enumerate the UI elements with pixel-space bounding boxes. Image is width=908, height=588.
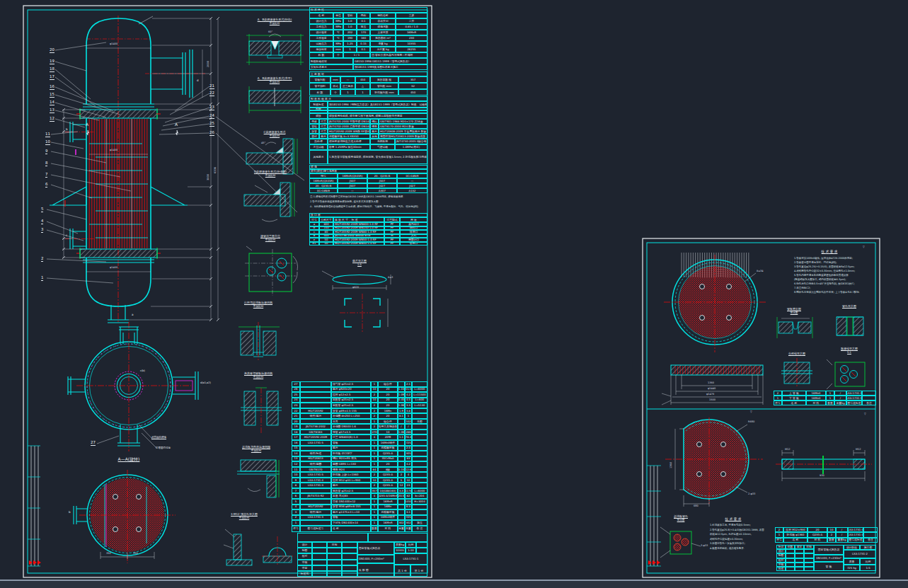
balloon-11: 11 <box>45 132 50 137</box>
table-cell: 图号或标准号 <box>300 526 331 532</box>
notes-title: 技 术 要 求 <box>822 250 838 254</box>
table-cell <box>412 483 427 488</box>
detail-title: 接管法兰面方位 <box>260 235 280 238</box>
table-cell: 32 <box>398 83 427 89</box>
table-cell: GB/T6170-2000 M24 配套 <box>379 124 427 129</box>
table-cell: 725 <box>405 440 412 446</box>
note-line: (胀接槽按放大图加工, 槽内表面粗糙度6.3μm); <box>794 279 846 282</box>
table-cell: 垫圈 GB95 L=130 <box>331 461 371 467</box>
table-cell: 紧固件按HG/T20613-2009 配套供货 <box>379 134 427 139</box>
statusbar[interactable] <box>0 581 908 588</box>
table-cell: 气密试验 <box>370 144 395 150</box>
table-cell: 件号 <box>775 538 783 543</box>
table-cell: 图号或标准 <box>846 400 862 405</box>
table-cell: 305 <box>405 451 412 456</box>
table-cell: / <box>836 527 848 532</box>
table-cell: 2 <box>371 472 378 478</box>
table-cell: 6 <box>292 493 300 499</box>
table-cell: 1 <box>775 532 783 537</box>
nozzle-letter-b: b <box>69 511 71 514</box>
table-cell: 管板间距 <box>309 76 331 83</box>
table-cell: 拉杆 M12×930 <box>783 527 808 532</box>
balloon-24: 24 <box>209 114 214 119</box>
table-cell: 审定 <box>297 565 312 571</box>
table-cell: 其他 <box>370 134 379 139</box>
table-cell: Q235-A <box>378 478 398 483</box>
note-line: 8.螺栓孔与壳体法兰螺栓孔跨中布置; 上下管板4-孔6-7配钻。 <box>794 292 861 294</box>
table-cell: 1 <box>774 396 782 400</box>
table-cell <box>327 571 342 577</box>
table-cell: 2 <box>371 413 378 419</box>
table-cell: 14 <box>292 451 300 456</box>
table-cell: 1 <box>826 396 834 400</box>
table-cell: / <box>834 391 846 396</box>
note-line: 3.外圆与管孔一次装夹切削加工; <box>710 543 745 546</box>
detail-subtitle: 放大图 <box>677 519 685 522</box>
manufacturing-table: 制 造 检 验 要 求制造标准按GB150-1998《钢制压力容器》及GB151… <box>309 96 427 164</box>
table-cell <box>412 505 427 510</box>
dim-label: ▽ <box>863 246 865 249</box>
table-cell: 8级 <box>378 467 398 473</box>
table-cell: MPa <box>333 18 343 24</box>
table-cell: LXA-1731-3 <box>300 515 331 521</box>
balloon-26: 26 <box>209 131 214 136</box>
table-cell <box>312 553 327 559</box>
table-cell <box>398 515 405 521</box>
table-cell: 2 <box>371 392 378 398</box>
table-cell: 支座 耳式B3 <box>331 493 371 499</box>
table-cell: 1 <box>371 451 378 456</box>
table-cell: DN1400, F=230m² <box>357 555 394 563</box>
table-cell: GB/T8163 <box>300 430 331 435</box>
table-cell: 数量 <box>827 538 836 543</box>
balloon-23: 23 <box>209 105 214 110</box>
table-cell: JB/T4702-2000 乙型平焊 DN1400-1.0 <box>328 124 370 129</box>
table-cell: 3 <box>292 509 300 515</box>
detail-subtitle: 不按比例 <box>270 135 280 138</box>
table-cell: 石棉橡胶板 δ=3 XB350 <box>328 134 370 139</box>
table-cell: 热处理 <box>309 139 328 144</box>
table-cell: 拉杆 φ12×2.5 <box>331 392 371 398</box>
table-cell: 20 <box>378 413 398 419</box>
table-cell: 注:管程介质为蒸汽冷凝液—不循环 <box>370 52 427 58</box>
table-cell: 焊接 <box>309 113 328 119</box>
table-cell: 20 <box>378 461 398 467</box>
table-cell: 4 <box>292 505 300 510</box>
table-cell: 法兰 <box>319 129 328 134</box>
table-cell: 16MnII <box>806 391 826 396</box>
note-line: 3.管孔直径φ25.25(+0.15/0), 表面粗糙度Ra12.5μm; <box>794 266 854 269</box>
table-cell: 12.6 <box>405 467 412 473</box>
table-cell: 容器类别 <box>370 18 396 24</box>
detail-subtitle: 不按比例 <box>270 23 280 25</box>
table-cell: 25 <box>292 392 300 398</box>
table-cell: 换热管数 根 <box>370 76 398 83</box>
table-cell: 35CrMoA <box>378 456 398 462</box>
table-cell <box>412 381 427 387</box>
table-cell: LXA-1731-2 <box>844 550 876 558</box>
table-cell: GB150-1998 GB151-1999《管壳式换热器》 <box>353 58 427 64</box>
table-cell: 357 <box>398 76 427 83</box>
table-cell <box>342 548 357 553</box>
table-cell <box>412 434 427 440</box>
balloon-13: 13 <box>50 108 54 113</box>
detail-subtitle: 5:1 <box>847 352 851 354</box>
table-cell: 固定管板式换热器 <box>357 542 394 555</box>
table-cell: 10 <box>371 387 378 393</box>
table-cell: 1.0MPa(通过) <box>395 144 427 150</box>
table-cell: 16MnR <box>378 499 398 505</box>
table-cell: 名 称 <box>309 13 333 18</box>
dim-label: 350 <box>133 553 138 555</box>
table-cell: 制图 <box>297 548 312 553</box>
table-cell: 1178 <box>405 488 412 494</box>
table-cell: 设计压力 <box>309 18 333 24</box>
table-cell: 备注 <box>863 538 878 543</box>
table-cell: 物料名称 <box>370 13 396 18</box>
table-cell <box>312 571 327 577</box>
table-cell <box>412 446 427 451</box>
table-cell: 20 <box>378 398 398 403</box>
dim-label: 1360 <box>708 382 714 385</box>
table-cell: 82 <box>405 493 412 499</box>
right-title-block-mid: 固定管板式换热器DN1400, F=230m²管 板 <box>814 545 844 571</box>
table-cell: 主体材质 <box>370 30 396 35</box>
dim-label: 45° <box>261 142 265 145</box>
table-cell <box>398 509 405 515</box>
